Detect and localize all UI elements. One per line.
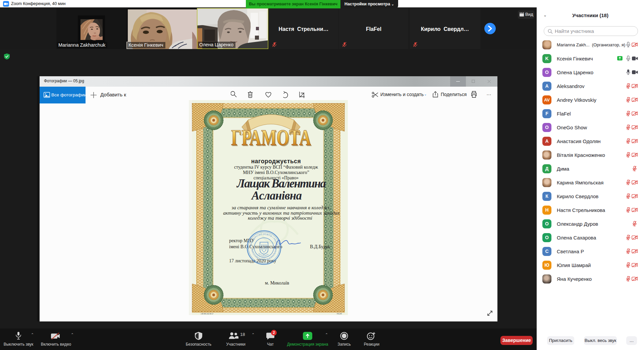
svg-text:В.Д.Будак: В.Д.Будак [310, 244, 330, 249]
svg-text:студентка IV курсу ВСП “Фахови: студентка IV курсу ВСП “Фаховий коледж [234, 165, 318, 170]
svg-text:за старання та сумлінне навчан: за старання та сумлінне навчання в колед… [231, 205, 330, 210]
svg-text:нагороджується: нагороджується [251, 158, 301, 165]
svg-text:МНУ імені В.О.Сухомлинського”: МНУ імені В.О.Сухомлинського” [243, 170, 309, 175]
svg-text:імені В.О.Сухомлинського: імені В.О.Сухомлинського [229, 244, 282, 249]
svg-text:ГМ-244: ГМ-244 [337, 313, 342, 315]
svg-text:ГРАМОТА: ГРАМОТА [231, 125, 311, 150]
svg-text:активну участь у виховних та п: активну участь у виховних та патріотични… [223, 210, 340, 216]
svg-text:Асланівна: Асланівна [251, 189, 302, 202]
svg-text:+38 066 232-08-17: +38 066 232-08-17 [201, 313, 214, 315]
svg-text:Лащак Валентина: Лащак Валентина [236, 177, 326, 190]
svg-text:коледжу та творчі здібності: коледжу та творчі здібності [248, 215, 312, 221]
svg-text:м. Миколаїв: м. Миколаїв [265, 280, 289, 286]
